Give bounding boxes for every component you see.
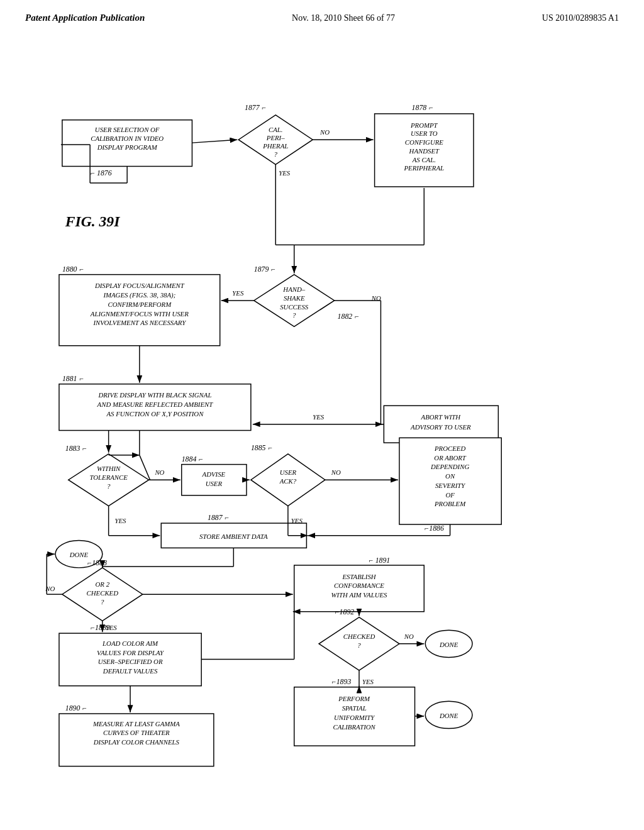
svg-text:YES: YES [291,517,303,524]
ref-1891: ⌐ 1891 [369,556,391,565]
page: Patent Application Publication Nov. 18, … [0,0,644,830]
svg-text:NO: NO [319,128,330,136]
svg-text:PHERAL: PHERAL [262,142,288,150]
ref-1892: ⌐1892 [335,607,355,616]
svg-text:ABORT WITH: ABORT WITH [421,413,462,421]
svg-text:YES: YES [313,413,325,421]
svg-text:IMAGES (FIGS. 38, 38A);: IMAGES (FIGS. 38, 38A); [103,291,175,299]
svg-text:?: ? [292,311,296,319]
svg-text:PROBLEM: PROBLEM [434,500,466,507]
header-patent-num: US 2010/0289835 A1 [542,13,619,23]
svg-text:CAL.: CAL. [269,126,283,133]
svg-text:SEVERITY: SEVERITY [435,482,465,489]
ref-1876: ⌐ 1876 [90,169,112,177]
header-date-sheet: Nov. 18, 2010 Sheet 66 of 77 [292,13,395,23]
svg-text:AS CAL.: AS CAL. [412,156,436,163]
svg-text:MEASURE AT LEAST GAMMA: MEASURE AT LEAST GAMMA [92,720,180,728]
svg-text:DEFAULT VALUES: DEFAULT VALUES [103,667,158,675]
ref-1877: 1877 ⌐ [245,103,267,112]
flowchart-svg: text { font-family: 'Times New Roman', T… [25,35,619,789]
svg-text:ESTABLISH: ESTABLISH [341,573,376,580]
svg-text:USER–SPECIFIED OR: USER–SPECIFIED OR [98,658,163,665]
svg-text:STORE AMBIENT DATA: STORE AMBIENT DATA [199,533,268,540]
ref-1884: 1884 ⌐ [182,455,204,463]
svg-text:SHAKE: SHAKE [284,294,305,302]
ref-1882: 1882 ⌐ [338,312,360,321]
svg-text:?: ? [357,641,361,649]
svg-line-17 [192,140,237,143]
ref-1878: 1878 ⌐ [412,103,434,112]
svg-text:ADVISE: ADVISE [202,470,226,478]
svg-text:ON: ON [445,472,455,480]
svg-text:CALIBRATION: CALIBRATION [333,723,375,731]
svg-text:YES: YES [106,624,118,631]
svg-text:DISPLAY COLOR CHANNELS: DISPLAY COLOR CHANNELS [93,738,180,746]
svg-text:DEPENDING: DEPENDING [430,463,469,470]
ref-1887: 1887 ⌐ [208,513,230,522]
svg-text:PROCEED: PROCEED [434,445,465,452]
svg-text:YES: YES [279,169,291,177]
svg-text:WITHIN: WITHIN [97,465,121,472]
header-title: Patent Application Publication [25,13,145,23]
svg-text:DONE: DONE [439,712,458,719]
fig-label: FIG. 39I [65,213,120,230]
svg-text:AS FUNCTION OF X,Y POSITION: AS FUNCTION OF X,Y POSITION [106,410,204,418]
diagram-area: text { font-family: 'Times New Roman', T… [25,35,619,789]
svg-text:CALIBRATION IN VIDEO: CALIBRATION IN VIDEO [91,135,164,142]
svg-text:YES: YES [114,517,126,524]
svg-text:DRIVE DISPLAY WITH BLACK SIGNA: DRIVE DISPLAY WITH BLACK SIGNAL [97,391,211,399]
svg-text:DONE: DONE [439,641,458,648]
svg-text:CURVES OF THEATER: CURVES OF THEATER [103,729,170,736]
svg-text:OF: OF [445,491,455,499]
ref-1881: 1881 ⌐ [62,374,84,383]
svg-text:PERIPHERAL: PERIPHERAL [404,164,445,172]
svg-text:ACK?: ACK? [279,477,297,485]
svg-text:AND MEASURE REFLECTED AMBIENT: AND MEASURE REFLECTED AMBIENT [97,401,214,408]
svg-text:CHECKED: CHECKED [87,589,119,597]
svg-text:DONE: DONE [69,551,89,558]
svg-text:PERI–: PERI– [266,134,285,141]
svg-text:USER TO: USER TO [411,130,438,137]
svg-text:SPATIAL: SPATIAL [342,704,367,712]
svg-text:INVOLVEMENT AS NECESSARY: INVOLVEMENT AS NECESSARY [92,319,186,326]
svg-text:YES: YES [362,678,374,685]
ref-1879: 1879 ⌐ [254,265,276,274]
svg-text:PROMPT: PROMPT [410,121,438,129]
svg-text:NO: NO [154,468,164,476]
svg-text:ADVISORY TO USER: ADVISORY TO USER [410,423,471,431]
svg-text:HAND–: HAND– [282,285,305,293]
svg-text:USER: USER [206,480,223,487]
ref-1886: ⌐1886 [424,524,444,533]
svg-text:?: ? [274,150,278,158]
svg-text:NO: NO [404,633,414,640]
svg-text:DISPLAY FOCUS/ALIGNMENT: DISPLAY FOCUS/ALIGNMENT [94,282,185,289]
svg-text:CONFIGURE: CONFIGURE [405,138,444,146]
page-header: Patent Application Publication Nov. 18, … [25,13,619,28]
svg-text:CHECKED: CHECKED [343,633,375,640]
svg-text:SUCCESS: SUCCESS [280,303,309,311]
svg-text:CONFIRM/PERFORM: CONFIRM/PERFORM [108,301,172,308]
ref-1885: 1885 ⌐ [251,443,273,452]
svg-text:CONFORMANCE: CONFORMANCE [334,582,384,589]
svg-text:OR 2: OR 2 [96,580,110,588]
svg-text:TOLERANCE: TOLERANCE [89,473,128,481]
svg-text:ALIGNMENT/FOCUS WITH USER: ALIGNMENT/FOCUS WITH USER [90,310,189,318]
svg-text:YES: YES [232,289,244,297]
ref-1880: 1880 ⌐ [62,265,84,274]
svg-text:HANDSET: HANDSET [409,147,440,155]
ref-1883: 1883 ⌐ [65,444,87,453]
svg-text:NO: NO [331,468,341,476]
svg-text:OR ABORT: OR ABORT [434,454,466,462]
svg-text:PERFORM: PERFORM [338,695,370,702]
svg-text:UNIFORMITY: UNIFORMITY [334,714,375,721]
ref-1890: 1890 ⌐ [65,704,87,712]
svg-text:WITH AIM VALUES: WITH AIM VALUES [331,591,388,599]
svg-text:?: ? [107,482,111,490]
ref-1893: ⌐1893 [331,677,352,686]
svg-text:DISPLAY PROGRAM: DISPLAY PROGRAM [97,143,158,151]
svg-text:USER: USER [280,468,297,476]
svg-text:?: ? [101,598,104,606]
ref-1888: ⌐1888 [87,558,107,567]
svg-text:VALUES FOR DISPLAY: VALUES FOR DISPLAY [97,649,164,656]
svg-text:LOAD COLOR AIM: LOAD COLOR AIM [102,639,158,647]
